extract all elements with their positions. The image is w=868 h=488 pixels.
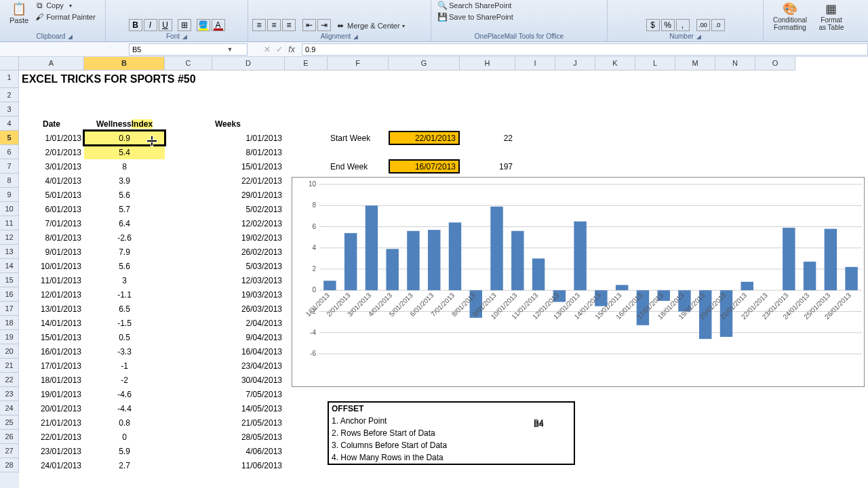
- dialog-launcher-icon[interactable]: ◢: [696, 33, 701, 40]
- column-header[interactable]: F: [328, 57, 389, 70]
- cell-wellness[interactable]: -1.5: [84, 316, 165, 330]
- cell-date[interactable]: 21/01/2013: [19, 415, 84, 430]
- input-end-week[interactable]: 16/07/2013: [389, 159, 460, 174]
- row-header[interactable]: 15: [0, 273, 19, 287]
- cell-wellness[interactable]: 5.9: [84, 444, 165, 458]
- cell-date[interactable]: 15/01/2013: [19, 330, 84, 344]
- format-painter-button[interactable]: 🖌Format Painter: [33, 12, 98, 22]
- active-cell[interactable]: [84, 131, 165, 145]
- cell-week[interactable]: 4/06/2013: [212, 444, 285, 458]
- row-header[interactable]: 19: [0, 330, 19, 344]
- cell-date[interactable]: 3/01/2013: [19, 159, 84, 174]
- cell-date[interactable]: 13/01/2013: [19, 302, 84, 316]
- cell-wellness[interactable]: 6.4: [84, 216, 165, 230]
- cell-wellness[interactable]: 2.7: [84, 458, 165, 472]
- input-start-week[interactable]: 22/01/2013: [389, 131, 460, 145]
- row-header[interactable]: 2: [0, 88, 19, 102]
- row-header[interactable]: 5: [0, 131, 19, 145]
- cell-week[interactable]: 21/05/2013: [212, 415, 285, 430]
- cell-date[interactable]: 7/01/2013: [19, 216, 84, 230]
- cell-wellness[interactable]: 5.6: [84, 259, 165, 273]
- chevron-down-icon[interactable]: ▼: [224, 46, 235, 53]
- row-header[interactable]: 4: [0, 117, 19, 131]
- cell-week[interactable]: 30/04/2013: [212, 373, 285, 387]
- dialog-launcher-icon[interactable]: ◢: [68, 33, 73, 40]
- column-header[interactable]: H: [460, 57, 515, 70]
- row-header[interactable]: 23: [0, 387, 19, 401]
- cell-wellness[interactable]: 0: [84, 430, 165, 444]
- row-header[interactable]: 24: [0, 401, 19, 415]
- cell-week[interactable]: 11/06/2013: [212, 458, 285, 472]
- fill-color-button[interactable]: 🪣: [197, 19, 210, 31]
- indent-inc-button[interactable]: ⇥: [317, 19, 331, 31]
- dialog-launcher-icon[interactable]: ◢: [353, 33, 358, 40]
- row-header[interactable]: 7: [0, 159, 19, 174]
- cell-date[interactable]: 5/01/2013: [19, 188, 84, 202]
- cell-date[interactable]: 22/01/2013: [19, 430, 84, 444]
- row-header[interactable]: 17: [0, 302, 19, 316]
- column-header[interactable]: D: [212, 57, 285, 70]
- conditional-formatting-button[interactable]: 🎨Conditional Formatting: [768, 0, 812, 33]
- cell-week[interactable]: 29/01/2013: [212, 188, 285, 202]
- column-header[interactable]: O: [755, 57, 795, 70]
- cell-wellness[interactable]: -4.4: [84, 401, 165, 415]
- row-header[interactable]: 11: [0, 216, 19, 230]
- cell-week[interactable]: 23/04/2013: [212, 359, 285, 373]
- column-header[interactable]: B: [84, 57, 165, 70]
- inc-decimal-button[interactable]: .00: [696, 19, 710, 31]
- cell-date[interactable]: 4/01/2013: [19, 174, 84, 188]
- cell-week[interactable]: 16/04/2013: [212, 344, 285, 359]
- worksheet-grid[interactable]: ABCDEFGHIJKLMNO: [0, 57, 868, 70]
- cell-week[interactable]: 2/04/2013: [212, 316, 285, 330]
- cell-wellness[interactable]: 6.5: [84, 302, 165, 316]
- column-header[interactable]: L: [635, 57, 675, 70]
- cell-week[interactable]: 7/05/2013: [212, 387, 285, 401]
- cell-date[interactable]: 1/01/2013: [19, 131, 84, 145]
- row-header[interactable]: 26: [0, 430, 19, 444]
- font-color-button[interactable]: A: [212, 19, 225, 31]
- cell-wellness[interactable]: 5.6: [84, 188, 165, 202]
- cell-wellness[interactable]: -1: [84, 359, 165, 373]
- row-header[interactable]: 18: [0, 316, 19, 330]
- align-right-button[interactable]: ≡: [282, 19, 296, 31]
- cell-week[interactable]: 19/02/2013: [212, 230, 285, 245]
- enter-icon[interactable]: ✓: [273, 45, 285, 54]
- currency-button[interactable]: $: [646, 19, 660, 31]
- cell-week[interactable]: 12/03/2013: [212, 273, 285, 287]
- cell-date[interactable]: 10/01/2013: [19, 259, 84, 273]
- cell-date[interactable]: 11/01/2013: [19, 273, 84, 287]
- cell-date[interactable]: 17/01/2013: [19, 359, 84, 373]
- cell-week[interactable]: 8/01/2013: [212, 145, 285, 159]
- cell-week[interactable]: 28/05/2013: [212, 430, 285, 444]
- select-all-corner[interactable]: [0, 57, 19, 70]
- cell-week[interactable]: 1/01/2013: [212, 131, 285, 145]
- cell-date[interactable]: 12/01/2013: [19, 287, 84, 302]
- cell-wellness[interactable]: 0.5: [84, 330, 165, 344]
- search-sharepoint-button[interactable]: 🔍Search SharePoint: [435, 0, 515, 11]
- cell-date[interactable]: 9/01/2013: [19, 245, 84, 259]
- cell-date[interactable]: 16/01/2013: [19, 344, 84, 359]
- column-header[interactable]: C: [165, 57, 212, 70]
- merge-center-button[interactable]: ⬌Merge & Center▾: [334, 20, 407, 31]
- align-left-button[interactable]: ≡: [252, 19, 266, 31]
- cell-wellness[interactable]: -2: [84, 373, 165, 387]
- cell-week[interactable]: 12/02/2013: [212, 216, 285, 230]
- cell-date[interactable]: 23/01/2013: [19, 444, 84, 458]
- percent-button[interactable]: %: [661, 19, 675, 31]
- cell-wellness[interactable]: -1.1: [84, 287, 165, 302]
- cell-date[interactable]: 18/01/2013: [19, 373, 84, 387]
- row-header[interactable]: 16: [0, 287, 19, 302]
- dialog-launcher-icon[interactable]: ◢: [182, 33, 187, 40]
- cell-week[interactable]: 9/04/2013: [212, 330, 285, 344]
- bold-button[interactable]: B: [129, 19, 142, 31]
- name-box-input[interactable]: [130, 45, 224, 54]
- comma-button[interactable]: ,: [676, 19, 690, 31]
- cell-week[interactable]: 26/02/2013: [212, 245, 285, 259]
- cell-week[interactable]: 5/02/2013: [212, 202, 285, 216]
- cell-wellness[interactable]: 3.9: [84, 174, 165, 188]
- column-header[interactable]: M: [675, 57, 715, 70]
- save-sharepoint-button[interactable]: 💾Save to SharePoint: [435, 12, 515, 22]
- row-header[interactable]: 6: [0, 145, 19, 159]
- column-header[interactable]: J: [555, 57, 595, 70]
- cell-start-idx[interactable]: 22: [460, 131, 515, 145]
